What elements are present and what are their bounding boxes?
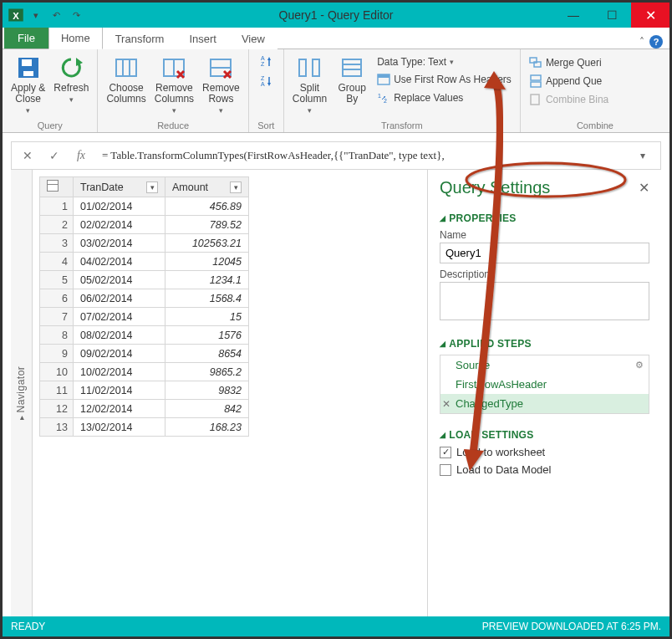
diskette-icon (15, 54, 42, 81)
row-number-header[interactable] (40, 177, 74, 197)
split-column-button[interactable]: Split Column ▾ (289, 53, 330, 119)
cell-trandate[interactable]: 07/02/2014 (74, 308, 165, 326)
close-settings-icon[interactable]: ✕ (639, 180, 649, 196)
cancel-formula-button[interactable]: ✕ (17, 146, 38, 165)
cell-amount[interactable]: 8654 (165, 345, 249, 363)
load-to-data-model-checkbox[interactable]: Load to Data Model (440, 463, 649, 476)
cell-amount[interactable]: 1576 (165, 326, 249, 345)
cell-trandate[interactable]: 09/02/2014 (74, 345, 165, 363)
svg-text:Z: Z (261, 61, 265, 67)
cell-trandate[interactable]: 01/02/2014 (74, 197, 165, 216)
cell-amount[interactable]: 9865.2 (165, 363, 249, 381)
append-icon (529, 74, 542, 88)
group-by-icon (339, 54, 365, 81)
cell-amount[interactable]: 789.52 (165, 216, 249, 234)
apply-and-close-button[interactable]: Apply & Close ▾ (8, 53, 48, 119)
table-row[interactable]: 10 10/02/2014 9865.2 (40, 363, 249, 381)
group-label: Query (8, 119, 92, 130)
collapse-icon[interactable]: ◢ (440, 431, 445, 439)
column-header-amount[interactable]: Amount▾ (165, 177, 249, 197)
remove-columns-button[interactable]: Remove Columns ▾ (151, 53, 197, 119)
cell-trandate[interactable]: 04/02/2014 (74, 253, 165, 271)
svg-rect-31 (378, 74, 389, 78)
table-row[interactable]: 4 04/02/2014 12045 (40, 253, 249, 271)
tab-view[interactable]: View (229, 28, 277, 49)
file-tab[interactable]: File (4, 28, 48, 49)
svg-text:A: A (261, 81, 265, 87)
filter-dropdown-icon[interactable]: ▾ (230, 181, 242, 193)
use-first-row-as-headers-button[interactable]: Use First Row As Headers (375, 71, 513, 88)
applied-step[interactable]: Source⚙ (440, 355, 649, 375)
delete-step-icon[interactable]: ✕ (442, 398, 451, 410)
table-row[interactable]: 3 03/02/2014 102563.21 (40, 234, 249, 253)
table-row[interactable]: 13 13/02/2014 168.23 (40, 418, 249, 437)
cell-trandate[interactable]: 06/02/2014 (74, 289, 165, 308)
help-icon[interactable]: ? (649, 35, 663, 49)
filter-dropdown-icon[interactable]: ▾ (146, 181, 158, 193)
group-by-button[interactable]: Group By (332, 53, 372, 119)
query-description-input[interactable] (440, 282, 649, 320)
cell-trandate[interactable]: 05/02/2014 (74, 271, 165, 289)
combine-binaries-icon (529, 93, 542, 106)
applied-step[interactable]: FirstRowAsHeader (440, 375, 649, 394)
table-row[interactable]: 9 09/02/2014 8654 (40, 345, 249, 363)
collapse-icon[interactable]: ◢ (440, 214, 445, 222)
formula-input[interactable]: = Table.TransformColumnTypes(FirstRowAsH… (97, 146, 635, 166)
cell-amount[interactable]: 102563.21 (165, 234, 249, 253)
fx-icon[interactable]: fx (70, 146, 92, 165)
cell-trandate[interactable]: 03/02/2014 (74, 234, 165, 253)
table-row[interactable]: 2 02/02/2014 789.52 (40, 216, 249, 234)
sort-asc-button[interactable]: AZ (254, 53, 278, 69)
merge-queries-button[interactable]: Merge Queri (527, 54, 610, 71)
table-row[interactable]: 11 11/02/2014 9832 (40, 381, 249, 400)
cell-amount[interactable]: 456.89 (165, 197, 249, 216)
cell-trandate[interactable]: 08/02/2014 (74, 326, 165, 345)
cell-amount[interactable]: 9832 (165, 381, 249, 400)
tab-home[interactable]: Home (48, 27, 103, 49)
expand-formula-icon[interactable]: ▾ (640, 150, 655, 161)
cell-trandate[interactable]: 12/02/2014 (74, 400, 165, 418)
tab-insert[interactable]: Insert (176, 28, 229, 49)
navigator-pane-collapsed[interactable]: ▸ Navigator (11, 170, 33, 616)
cell-amount[interactable]: 1568.4 (165, 289, 249, 308)
column-header-trandate[interactable]: TranDate▾ (74, 177, 165, 197)
table-row[interactable]: 7 07/02/2014 15 (40, 308, 249, 326)
load-to-worksheet-checkbox[interactable]: ✓ Load to worksheet (440, 446, 649, 458)
table-row[interactable]: 8 08/02/2014 1576 (40, 326, 249, 345)
cell-amount[interactable]: 12045 (165, 253, 249, 271)
table-row[interactable]: 1 01/02/2014 456.89 (40, 197, 249, 216)
cell-trandate[interactable]: 11/02/2014 (74, 381, 165, 400)
cell-amount[interactable]: 168.23 (165, 418, 249, 437)
collapse-icon[interactable]: ◢ (440, 340, 445, 348)
cell-amount[interactable]: 15 (165, 308, 249, 326)
table-row[interactable]: 12 12/02/2014 842 (40, 400, 249, 418)
query-name-input[interactable] (440, 243, 649, 263)
remove-rows-button[interactable]: Remove Rows ▾ (199, 53, 243, 119)
step-label: Source (456, 359, 490, 371)
refresh-button[interactable]: Refresh ▾ (50, 53, 92, 119)
cell-trandate[interactable]: 02/02/2014 (74, 216, 165, 234)
collapse-ribbon-icon[interactable]: ˄ (639, 36, 644, 48)
table-row[interactable]: 5 05/02/2014 1234.1 (40, 271, 249, 289)
cell-amount[interactable]: 842 (165, 400, 249, 418)
combine-binaries-button[interactable]: Combine Bina (527, 91, 610, 108)
row-number-cell: 4 (40, 253, 74, 271)
data-type-dropdown[interactable]: Data Type: Text ▾ (375, 54, 513, 69)
sort-desc-button[interactable]: ZA (254, 73, 278, 89)
row-number-cell: 9 (40, 345, 74, 363)
cell-trandate[interactable]: 13/02/2014 (74, 418, 165, 437)
dropdown-caret-icon: ▾ (308, 106, 312, 115)
row-number-cell: 5 (40, 271, 74, 289)
accept-formula-button[interactable]: ✓ (43, 146, 65, 165)
cell-trandate[interactable]: 10/02/2014 (74, 363, 165, 381)
choose-columns-button[interactable]: Choose Columns (103, 53, 149, 119)
table-row[interactable]: 6 06/02/2014 1568.4 (40, 289, 249, 308)
gear-icon[interactable]: ⚙ (635, 360, 644, 371)
applied-step[interactable]: ✕ChangedType (440, 394, 649, 413)
append-queries-button[interactable]: Append Que (527, 73, 610, 89)
cell-amount[interactable]: 1234.1 (165, 271, 249, 289)
table-icon (47, 180, 59, 192)
row-number-cell: 3 (40, 234, 74, 253)
tab-transform[interactable]: Transform (103, 28, 177, 49)
replace-values-button[interactable]: 12 Replace Values (375, 89, 513, 106)
